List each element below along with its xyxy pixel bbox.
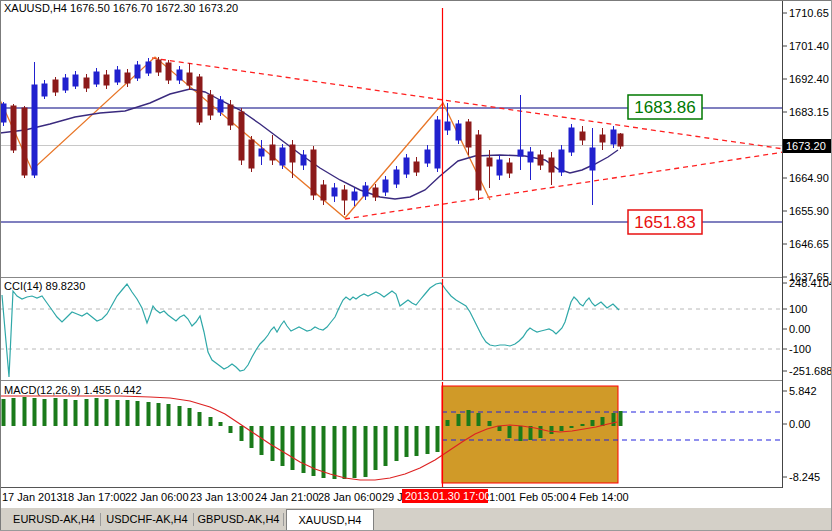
chart-tab-bar: EURUSD-AK,H4USDCHF-AK,H4GBPUSD-AK,H4XAUU… [0, 507, 832, 531]
macd-bar [612, 413, 616, 426]
macd-bar [374, 426, 378, 470]
candle-body [249, 140, 254, 168]
macd-bar [43, 399, 47, 426]
axis-label: 0.00 [789, 323, 810, 335]
axis-label: -100 [789, 343, 811, 355]
axis-label: 1655.90 [789, 205, 829, 217]
candle-body [259, 149, 264, 156]
tab-usdchf-ak[interactable]: USDCHF-AK,H4 [103, 510, 191, 529]
candle-body [590, 148, 595, 170]
macd-bar [157, 403, 161, 426]
candle-body [435, 120, 440, 168]
candles-layer [1, 57, 623, 215]
price-annotation-text: 1651.83 [634, 213, 695, 232]
time-label: 17 Jan 2013 [2, 491, 63, 503]
candle-body [22, 108, 27, 175]
time-label: 28 Jan 06:00 [318, 491, 382, 503]
candle-body [404, 158, 409, 174]
macd-bar [167, 404, 171, 426]
macd-bar [178, 406, 182, 426]
macd-bar [488, 421, 492, 426]
candle-body [518, 150, 523, 156]
macd-bar [209, 417, 213, 426]
macd-bar [581, 424, 585, 426]
candle-body [1, 104, 6, 122]
candle-body [42, 84, 47, 96]
moving-average-line [0, 89, 618, 199]
candle-body [487, 158, 492, 166]
candle-body [466, 122, 471, 147]
macd-bar [570, 426, 574, 428]
crosshair-time-tag: 2013.01.30 17:00 [402, 489, 488, 503]
macd-bar [467, 410, 471, 426]
macd-bar [426, 426, 430, 454]
macd-bar [219, 422, 223, 426]
candle-body [53, 80, 58, 92]
time-label: 4 Feb 14:00 [570, 491, 629, 503]
macd-bar [415, 426, 419, 456]
candle-body [559, 150, 564, 172]
axis-label: 1692.40 [789, 73, 829, 85]
tab-xauusd[interactable]: XAUUSD,H4 [286, 509, 374, 531]
candle-body [414, 162, 419, 172]
macd-bar [198, 412, 202, 426]
candle-body [538, 155, 543, 165]
candle-body [290, 145, 295, 162]
candle-body [239, 112, 244, 160]
candle-body [456, 124, 461, 140]
macd-bar [591, 420, 595, 426]
cci-panel[interactable]: CCI(14) 89.8230 [0, 280, 782, 377]
macd-bar [64, 399, 68, 426]
axis-label: 1646.65 [789, 238, 829, 250]
candle-body [280, 148, 285, 165]
macd-bar [147, 402, 151, 426]
candle-body [342, 190, 347, 200]
candle-body [600, 135, 605, 142]
candle-body [84, 78, 89, 88]
tab-separator [100, 513, 101, 526]
price-panel[interactable]: XAUUSD,H4 1676.50 1676.70 1672.30 1673.2… [0, 2, 784, 234]
time-axis: 17 Jan 201318 Jan 17:0022 Jan 06:0023 Ja… [0, 488, 832, 507]
candle-body [94, 72, 99, 84]
macd-label: MACD(12,26,9) 1.455 0.442 [4, 384, 142, 396]
candle-body [569, 128, 574, 152]
macd-bar [281, 426, 285, 466]
macd-bar [405, 426, 409, 457]
macd-bar [188, 408, 192, 426]
axis-label: 1710.65 [789, 7, 829, 19]
axis-label: 0.00 [789, 418, 810, 430]
macd-bar [364, 426, 368, 477]
axis-label: 1664.90 [789, 172, 829, 184]
macd-bar [95, 398, 99, 426]
candle-body [125, 73, 130, 83]
macd-bar [74, 400, 78, 426]
macd-bar [436, 426, 440, 452]
time-label: 24 Jan 21:00 [255, 491, 319, 503]
candle-body [228, 105, 233, 125]
candle-body [528, 152, 533, 162]
macd-bar [446, 420, 450, 426]
candle-body [332, 188, 337, 196]
candle-body [425, 150, 430, 163]
macd-bar [12, 398, 16, 426]
candle-body [177, 70, 182, 80]
candle-body [197, 77, 202, 122]
candle-body [270, 145, 275, 160]
candle-body [394, 170, 399, 184]
axis-label: 1683.15 [789, 106, 829, 118]
chart-area[interactable]: XAUUSD,H4 1676.50 1676.70 1672.30 1673.2… [0, 0, 832, 488]
candle-body [445, 122, 450, 130]
macd-bar [33, 398, 37, 426]
macd-bar [395, 426, 399, 461]
axis-label: 1701.40 [789, 40, 829, 52]
tab-gbpusd-ak[interactable]: GBPUSD-AK,H4 [196, 510, 281, 529]
candle-body [363, 186, 368, 196]
macd-bar [240, 426, 244, 441]
current-price-tag-text: 1673.20 [786, 140, 826, 152]
tab-eurusd-ak[interactable]: EURUSD-AK,H4 [10, 510, 98, 529]
macd-bar [457, 414, 461, 426]
macd-bar [85, 399, 89, 426]
axis-label: 100 [789, 303, 807, 315]
candle-body [352, 192, 357, 200]
candle-body [321, 185, 326, 200]
